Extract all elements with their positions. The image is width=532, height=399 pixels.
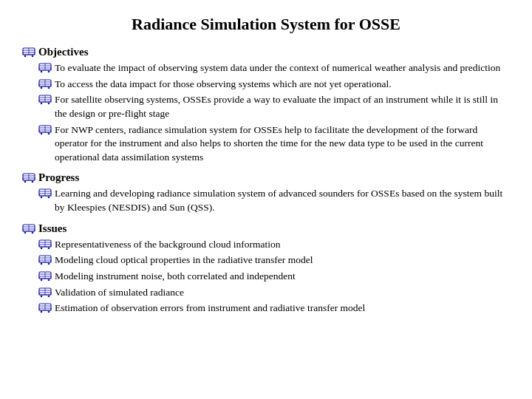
page-title: Radiance Simulation System for OSSE [22, 15, 510, 34]
bus-icon [38, 79, 52, 89]
list-item-text: To access the data impact for those obse… [55, 78, 392, 92]
section-header-objectives: Objectives [22, 46, 510, 58]
section-header-issues: Issues [22, 222, 510, 235]
svg-point-63 [48, 279, 50, 282]
bus-icon [22, 47, 35, 57]
svg-point-56 [41, 263, 43, 265]
svg-point-2 [24, 55, 27, 58]
svg-point-27 [48, 132, 50, 134]
bus-icon [38, 287, 52, 297]
list-item: To evaluate the impact of observing syst… [38, 61, 510, 75]
bus-icon [38, 125, 52, 134]
section-progress: Progress Learning and developing radianc… [22, 171, 510, 214]
bus-icon [38, 303, 52, 313]
svg-point-45 [32, 231, 34, 233]
list-item-text: Estimation of observation errors from in… [55, 301, 365, 316]
bus-icon [38, 188, 52, 198]
svg-point-68 [41, 295, 43, 297]
svg-point-26 [41, 132, 43, 134]
svg-point-9 [48, 71, 50, 73]
section-issues: Issues Representativeness of the backgro… [22, 222, 510, 316]
svg-point-14 [41, 86, 43, 89]
page: Radiance Simulation System for OSSE Obje… [0, 0, 532, 399]
list-item: Modeling cloud optical properties in the… [38, 253, 510, 267]
svg-point-69 [48, 295, 50, 297]
bus-icon [38, 95, 52, 104]
list-item-text: Modeling cloud optical properties in the… [55, 253, 313, 267]
bus-icon [38, 255, 52, 265]
section-label-issues: Issues [38, 222, 66, 235]
svg-point-38 [41, 197, 43, 199]
svg-point-75 [48, 311, 50, 313]
list-item: To access the data impact for those obse… [38, 78, 510, 92]
svg-point-15 [48, 86, 50, 89]
bus-icon [38, 239, 52, 249]
list-item-text: Validation of simulated radiance [55, 286, 184, 300]
svg-point-44 [24, 231, 27, 233]
list-item-text: Modeling instrument noise, both correlat… [55, 270, 296, 284]
svg-point-32 [24, 181, 27, 183]
list-item: Validation of simulated radiance [38, 286, 510, 300]
svg-point-57 [48, 263, 50, 265]
svg-point-51 [48, 247, 50, 249]
list-item-text: For satellite observing systems, OSSEs p… [55, 93, 510, 120]
list-item-text: Learning and developing radiance simulat… [55, 187, 510, 214]
svg-point-21 [48, 103, 50, 105]
list-item: For satellite observing systems, OSSEs p… [38, 93, 510, 120]
bus-icon [38, 63, 52, 72]
svg-point-62 [41, 279, 43, 282]
bus-icon [22, 173, 35, 183]
sub-items-objectives: To evaluate the impact of observing syst… [38, 61, 510, 164]
svg-point-50 [41, 247, 43, 249]
sub-items-issues: Representativeness of the background clo… [38, 238, 510, 316]
list-item: Modeling instrument noise, both correlat… [38, 270, 510, 284]
svg-point-8 [41, 71, 43, 73]
list-item: Estimation of observation errors from in… [38, 301, 510, 316]
list-item-text: For NWP centers, radiance simulation sys… [55, 123, 510, 165]
section-header-progress: Progress [22, 171, 510, 184]
svg-point-33 [32, 181, 34, 183]
bus-icon [22, 224, 35, 233]
svg-point-20 [41, 103, 43, 105]
list-item: Learning and developing radiance simulat… [38, 187, 510, 214]
list-item: Representativeness of the background clo… [38, 238, 510, 252]
list-item: For NWP centers, radiance simulation sys… [38, 123, 510, 165]
section-objectives: Objectives To evaluate the impact of obs… [22, 46, 510, 164]
section-label-progress: Progress [38, 171, 79, 184]
svg-point-39 [48, 197, 50, 199]
svg-point-3 [32, 55, 34, 58]
svg-point-74 [41, 311, 43, 313]
sub-items-progress: Learning and developing radiance simulat… [38, 187, 510, 214]
list-item-text: To evaluate the impact of observing syst… [55, 61, 500, 75]
list-item-text: Representativeness of the background clo… [55, 238, 281, 252]
section-label-objectives: Objectives [38, 46, 88, 58]
bus-icon [38, 271, 52, 281]
